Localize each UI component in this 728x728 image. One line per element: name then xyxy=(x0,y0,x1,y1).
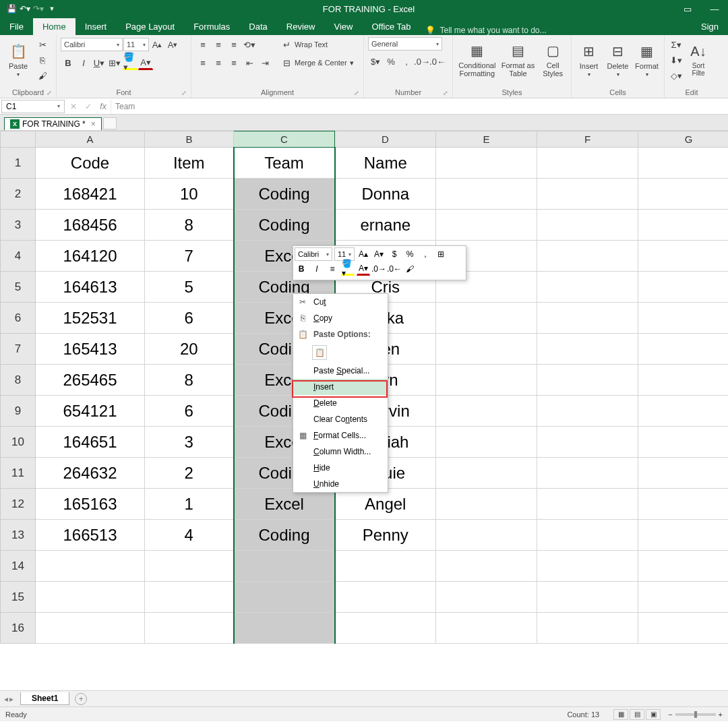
cell[interactable] xyxy=(537,427,638,458)
cell[interactable] xyxy=(36,613,145,644)
tab-data[interactable]: Data xyxy=(239,18,276,35)
cell[interactable]: 6 xyxy=(145,303,234,334)
cell[interactable]: Code xyxy=(36,148,145,179)
mini-currency-icon[interactable]: $ xyxy=(388,247,401,261)
column-header-E[interactable]: E xyxy=(436,131,537,148)
cell[interactable] xyxy=(638,489,729,520)
cell[interactable] xyxy=(145,582,234,613)
tab-office-tab[interactable]: Office Tab xyxy=(362,18,420,35)
cell[interactable] xyxy=(537,458,638,489)
ctx-paste-special[interactable]: Paste Special... xyxy=(293,363,388,379)
page-break-view-icon[interactable]: ▣ xyxy=(646,709,661,720)
cell[interactable] xyxy=(436,520,537,551)
cell[interactable] xyxy=(234,551,335,582)
cell[interactable] xyxy=(436,613,537,644)
cell[interactable]: 152531 xyxy=(36,303,145,334)
formula-input[interactable]: Team xyxy=(111,100,728,113)
dialog-launcher-icon[interactable]: ⤢ xyxy=(354,90,359,96)
sign-in-link[interactable]: Sign xyxy=(692,18,728,35)
cell[interactable]: 166513 xyxy=(36,520,145,551)
cell[interactable] xyxy=(638,613,729,644)
select-all-corner[interactable] xyxy=(1,131,36,148)
cell[interactable]: Excel xyxy=(234,489,335,520)
cell[interactable] xyxy=(638,241,729,272)
conditional-formatting-button[interactable]: ▦Conditional Formatting xyxy=(457,37,497,82)
mini-percent-icon[interactable]: % xyxy=(403,247,417,261)
cell[interactable] xyxy=(537,582,638,613)
cell[interactable] xyxy=(234,582,335,613)
cell[interactable] xyxy=(638,272,729,303)
enter-formula-icon[interactable]: ✓ xyxy=(81,102,96,111)
decrease-font-icon[interactable]: A▾ xyxy=(165,37,180,52)
cancel-formula-icon[interactable]: ✕ xyxy=(66,102,81,111)
row-header-13[interactable]: 13 xyxy=(1,520,36,551)
fill-color-button[interactable]: 🪣▾ xyxy=(123,55,138,70)
row-header-16[interactable]: 16 xyxy=(1,613,36,644)
cell[interactable]: 6 xyxy=(145,396,234,427)
cell[interactable] xyxy=(537,520,638,551)
cell[interactable]: 168456 xyxy=(36,210,145,241)
row-header-5[interactable]: 5 xyxy=(1,272,36,303)
font-size-select[interactable]: 11▾ xyxy=(123,38,149,51)
cell[interactable]: 164613 xyxy=(36,272,145,303)
name-box[interactable]: C1▾ xyxy=(1,100,65,113)
cell[interactable] xyxy=(537,613,638,644)
undo-icon[interactable]: ↶▾ xyxy=(19,3,31,15)
cut-icon[interactable]: ✂ xyxy=(35,37,50,52)
ctx-insert[interactable]: Insert xyxy=(293,379,388,395)
cell[interactable] xyxy=(436,396,537,427)
cell[interactable] xyxy=(145,551,234,582)
cell[interactable]: ernane xyxy=(335,210,436,241)
font-color-button[interactable]: A▾ xyxy=(138,55,153,70)
cell[interactable] xyxy=(436,179,537,210)
row-header-3[interactable]: 3 xyxy=(1,210,36,241)
sheet-nav-last-icon[interactable]: ▸ xyxy=(9,694,13,704)
cell[interactable] xyxy=(537,334,638,365)
mini-decrease-font-icon[interactable]: A▾ xyxy=(372,247,386,261)
cell[interactable] xyxy=(234,613,335,644)
font-name-select[interactable]: Calibri▾ xyxy=(61,38,123,51)
row-header-4[interactable]: 4 xyxy=(1,241,36,272)
wrap-text-button[interactable]: ↵Wrap Text xyxy=(279,37,354,52)
cell[interactable] xyxy=(436,458,537,489)
cell[interactable]: 164120 xyxy=(36,241,145,272)
cell[interactable]: 1 xyxy=(145,489,234,520)
mini-increase-font-icon[interactable]: A▴ xyxy=(357,247,370,261)
cell[interactable] xyxy=(436,489,537,520)
cell[interactable]: Donna xyxy=(335,179,436,210)
row-header-1[interactable]: 1 xyxy=(1,148,36,179)
ctx-delete[interactable]: Delete xyxy=(293,395,388,411)
tab-insert[interactable]: Insert xyxy=(75,18,117,35)
dialog-launcher-icon[interactable]: ⤢ xyxy=(47,90,52,96)
cell[interactable] xyxy=(335,582,436,613)
cell[interactable]: Coding xyxy=(234,179,335,210)
cell[interactable] xyxy=(537,241,638,272)
cell[interactable] xyxy=(537,489,638,520)
cell[interactable]: Name xyxy=(335,148,436,179)
cell[interactable] xyxy=(638,458,729,489)
copy-icon[interactable]: ⎘ xyxy=(35,53,50,67)
cell[interactable] xyxy=(638,365,729,396)
ctx-column-width[interactable]: Column Width... xyxy=(293,444,388,460)
redo-icon[interactable]: ↷▾ xyxy=(32,3,44,15)
dialog-launcher-icon[interactable]: ⤢ xyxy=(181,90,187,96)
cell[interactable]: Angel xyxy=(335,489,436,520)
format-cells-button[interactable]: ▦Format▾ xyxy=(634,37,660,82)
cell[interactable] xyxy=(537,272,638,303)
minimize-icon[interactable]: — xyxy=(701,0,728,18)
cell[interactable]: 20 xyxy=(145,334,234,365)
cell[interactable]: 165413 xyxy=(36,334,145,365)
format-painter-icon[interactable]: 🖌 xyxy=(35,68,50,83)
mini-font-name[interactable]: Calibri▾ xyxy=(295,247,332,261)
cell[interactable]: 165163 xyxy=(36,489,145,520)
tab-review[interactable]: Review xyxy=(277,18,325,35)
mini-fill-color-icon[interactable]: 🪣▾ xyxy=(341,262,355,276)
cell[interactable]: Coding xyxy=(234,520,335,551)
cell[interactable]: Coding xyxy=(234,210,335,241)
add-sheet-button[interactable]: + xyxy=(75,693,87,705)
cell[interactable] xyxy=(537,303,638,334)
row-header-11[interactable]: 11 xyxy=(1,458,36,489)
ctx-format-cells[interactable]: ▦Format Cells... xyxy=(293,427,388,444)
cell[interactable]: 168421 xyxy=(36,179,145,210)
cell[interactable] xyxy=(537,179,638,210)
